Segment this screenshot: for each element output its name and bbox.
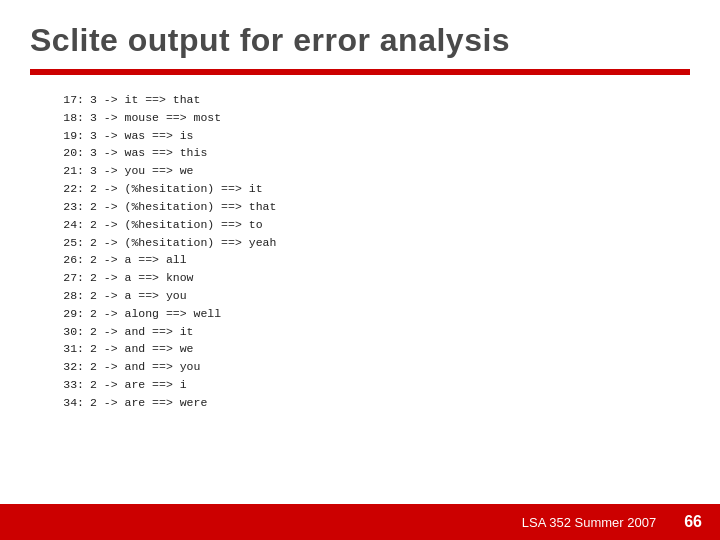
line-number: 27: xyxy=(60,269,90,287)
line-content: 2 -> a ==> all xyxy=(90,251,187,269)
table-row: 17:3 -> it ==> that xyxy=(60,91,690,109)
line-number: 18: xyxy=(60,109,90,127)
line-number: 17: xyxy=(60,91,90,109)
table-row: 21:3 -> you ==> we xyxy=(60,162,690,180)
line-content: 3 -> mouse ==> most xyxy=(90,109,221,127)
line-content: 2 -> are ==> were xyxy=(90,394,207,412)
line-content: 2 -> and ==> it xyxy=(90,323,194,341)
title-area: Sclite output for error analysis xyxy=(0,0,720,69)
content-area: 17:3 -> it ==> that18:3 -> mouse ==> mos… xyxy=(0,87,720,422)
line-content: 3 -> it ==> that xyxy=(90,91,200,109)
line-number: 33: xyxy=(60,376,90,394)
line-content: 2 -> (%hesitation) ==> that xyxy=(90,198,276,216)
line-content: 2 -> (%hesitation) ==> it xyxy=(90,180,263,198)
footer-page: 66 xyxy=(684,513,702,531)
line-content: 2 -> (%hesitation) ==> yeah xyxy=(90,234,276,252)
table-row: 25:2 -> (%hesitation) ==> yeah xyxy=(60,234,690,252)
line-number: 31: xyxy=(60,340,90,358)
line-number: 19: xyxy=(60,127,90,145)
line-content: 2 -> are ==> i xyxy=(90,376,187,394)
line-number: 21: xyxy=(60,162,90,180)
red-divider xyxy=(30,69,690,75)
line-number: 32: xyxy=(60,358,90,376)
table-row: 31:2 -> and ==> we xyxy=(60,340,690,358)
line-number: 34: xyxy=(60,394,90,412)
table-row: 33:2 -> are ==> i xyxy=(60,376,690,394)
line-number: 28: xyxy=(60,287,90,305)
table-row: 29:2 -> along ==> well xyxy=(60,305,690,323)
line-content: 2 -> (%hesitation) ==> to xyxy=(90,216,263,234)
table-row: 32:2 -> and ==> you xyxy=(60,358,690,376)
table-row: 28:2 -> a ==> you xyxy=(60,287,690,305)
line-content: 3 -> was ==> this xyxy=(90,144,207,162)
line-number: 24: xyxy=(60,216,90,234)
line-content: 2 -> along ==> well xyxy=(90,305,221,323)
line-number: 30: xyxy=(60,323,90,341)
footer: LSA 352 Summer 2007 66 xyxy=(0,504,720,540)
line-number: 22: xyxy=(60,180,90,198)
line-number: 23: xyxy=(60,198,90,216)
line-number: 20: xyxy=(60,144,90,162)
table-row: 26:2 -> a ==> all xyxy=(60,251,690,269)
line-number: 26: xyxy=(60,251,90,269)
table-row: 23:2 -> (%hesitation) ==> that xyxy=(60,198,690,216)
slide-title: Sclite output for error analysis xyxy=(30,22,690,59)
line-content: 2 -> a ==> know xyxy=(90,269,194,287)
line-content: 2 -> and ==> you xyxy=(90,358,200,376)
table-row: 27:2 -> a ==> know xyxy=(60,269,690,287)
table-row: 18:3 -> mouse ==> most xyxy=(60,109,690,127)
line-number: 29: xyxy=(60,305,90,323)
table-row: 20:3 -> was ==> this xyxy=(60,144,690,162)
table-row: 19:3 -> was ==> is xyxy=(60,127,690,145)
line-content: 3 -> was ==> is xyxy=(90,127,194,145)
line-content: 2 -> and ==> we xyxy=(90,340,194,358)
code-block: 17:3 -> it ==> that18:3 -> mouse ==> mos… xyxy=(60,91,690,412)
slide: Sclite output for error analysis 17:3 ->… xyxy=(0,0,720,540)
line-number: 25: xyxy=(60,234,90,252)
table-row: 30:2 -> and ==> it xyxy=(60,323,690,341)
line-content: 3 -> you ==> we xyxy=(90,162,194,180)
table-row: 34:2 -> are ==> were xyxy=(60,394,690,412)
line-content: 2 -> a ==> you xyxy=(90,287,187,305)
table-row: 24:2 -> (%hesitation) ==> to xyxy=(60,216,690,234)
footer-label: LSA 352 Summer 2007 xyxy=(522,515,656,530)
table-row: 22:2 -> (%hesitation) ==> it xyxy=(60,180,690,198)
